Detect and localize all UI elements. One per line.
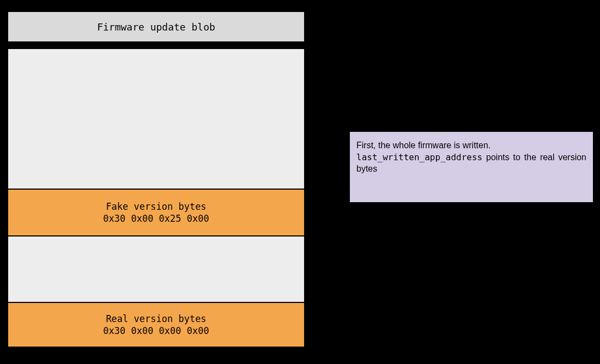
note-line3: bytes <box>356 164 377 173</box>
note-line1: First, the whole firmware is written. <box>356 139 586 151</box>
firmware-blob-diagram: Firmware update blob Fake version bytes … <box>8 11 305 347</box>
gap <box>8 42 305 48</box>
fake-version-label: Fake version bytes <box>106 201 206 213</box>
note-line2-rest: points to the real version <box>486 153 586 162</box>
note-code-var: last_written_app_address <box>356 152 482 162</box>
firmware-header: Firmware update blob <box>8 11 305 42</box>
real-version-block: Real version bytes 0x30 0x00 0x00 0x00 <box>8 302 305 347</box>
fake-version-block: Fake version bytes 0x30 0x00 0x25 0x00 <box>8 189 305 236</box>
real-version-label: Real version bytes <box>106 313 206 325</box>
explanation-note: First, the whole firmware is written. la… <box>349 131 593 203</box>
fake-version-bytes: 0x30 0x00 0x25 0x00 <box>103 213 209 225</box>
real-version-bytes: 0x30 0x00 0x00 0x00 <box>103 325 209 337</box>
firmware-header-title: Firmware update blob <box>97 21 215 33</box>
firmware-region-top <box>8 48 305 189</box>
firmware-region-mid <box>8 236 305 302</box>
